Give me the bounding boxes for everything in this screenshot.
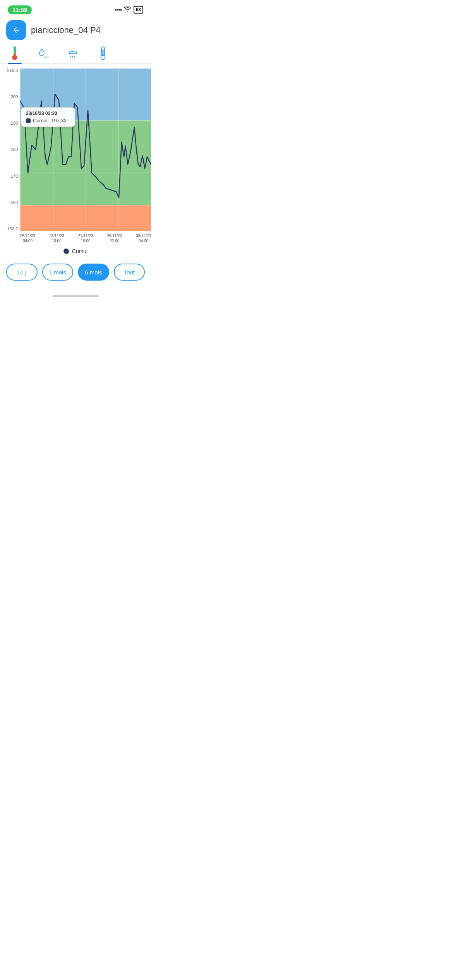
wifi-icon bbox=[124, 7, 131, 13]
time-range-buttons: 10 j 1 mois 6 mois Tout bbox=[0, 259, 151, 293]
tab-cloud-rain[interactable] bbox=[67, 46, 81, 63]
x-label-2: 21/11/23 16:00 bbox=[78, 233, 93, 243]
tooltip-date: 23/10/23 02:30 bbox=[26, 111, 70, 116]
svg-text:mm: mm bbox=[44, 55, 49, 59]
legend-dot bbox=[63, 248, 69, 254]
y-label-170: 170 bbox=[3, 174, 18, 178]
y-label-180: 180 bbox=[3, 147, 18, 152]
time-btn-1mois[interactable]: 1 mois bbox=[42, 264, 74, 281]
signal-icon: ▪▪▪▪ bbox=[115, 7, 122, 13]
svg-line-4 bbox=[72, 56, 73, 58]
time-btn-10j[interactable]: 10 j bbox=[6, 264, 38, 281]
y-axis: 210,8 200 190 180 170 160 153,2 bbox=[0, 69, 20, 231]
y-label-200: 200 bbox=[3, 95, 18, 99]
status-bar: 11:09 ▪▪▪▪ 63 bbox=[0, 0, 151, 17]
y-label-min: 153,2 bbox=[3, 227, 18, 231]
tooltip-value: Cumul: 197,32 bbox=[26, 118, 70, 123]
y-label-160: 160 bbox=[3, 200, 18, 205]
chart-plot: 23/10/23 02:30 Cumul: 197,32 bbox=[20, 69, 151, 231]
tab-thermometer[interactable] bbox=[96, 46, 110, 63]
page-title: pianiccione_04 P4 bbox=[31, 25, 101, 35]
status-icons: ▪▪▪▪ 63 bbox=[115, 6, 143, 14]
svg-point-1 bbox=[12, 55, 17, 60]
x-label-0: 05/11/23 04:00 bbox=[20, 233, 35, 243]
x-axis: 05/11/23 04:00 13/11/23 10:00 21/11/23 1… bbox=[0, 231, 151, 243]
x-label-3: 29/11/23 22:00 bbox=[107, 233, 122, 243]
tab-icon-bar: mm bbox=[0, 46, 151, 64]
chart-container: 210,8 200 190 180 170 160 153,2 bbox=[0, 69, 151, 231]
chart-legend: Cumul bbox=[0, 245, 151, 259]
x-label-1: 13/11/23 10:00 bbox=[49, 233, 64, 243]
tooltip-dot bbox=[26, 118, 31, 123]
home-bar bbox=[52, 295, 99, 297]
status-time: 11:09 bbox=[8, 5, 32, 14]
header: pianiccione_04 P4 bbox=[0, 17, 151, 46]
battery-icon: 63 bbox=[134, 6, 143, 14]
home-indicator bbox=[0, 293, 151, 301]
tab-rain-mm[interactable]: mm bbox=[37, 46, 51, 63]
tooltip-series: Cumul: bbox=[33, 118, 49, 123]
svg-line-3 bbox=[70, 56, 71, 58]
back-button[interactable] bbox=[6, 20, 26, 40]
legend-label: Cumul bbox=[72, 248, 88, 254]
svg-line-5 bbox=[74, 56, 75, 58]
y-label-max: 210,8 bbox=[3, 69, 18, 73]
tab-colored-thermo[interactable] bbox=[8, 46, 22, 63]
chart-line bbox=[20, 69, 151, 231]
time-btn-6mois[interactable]: 6 mois bbox=[78, 264, 109, 281]
y-label-190: 190 bbox=[3, 121, 18, 125]
svg-rect-0 bbox=[14, 46, 16, 56]
x-label-4: 08/12/23 04:00 bbox=[136, 233, 151, 243]
svg-rect-8 bbox=[103, 50, 104, 55]
chart-tooltip: 23/10/23 02:30 Cumul: 197,32 bbox=[21, 107, 75, 127]
tooltip-number: 197,32 bbox=[51, 118, 67, 123]
time-btn-tout[interactable]: Tout bbox=[114, 264, 145, 281]
